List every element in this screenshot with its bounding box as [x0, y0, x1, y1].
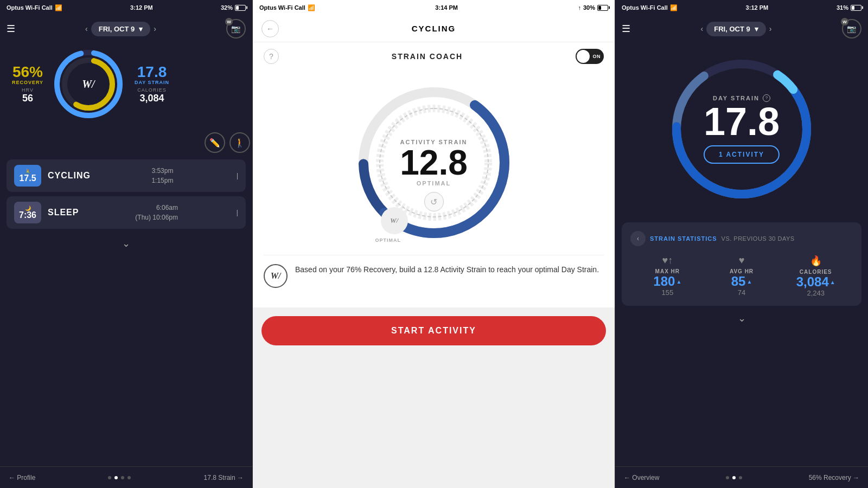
status-bar-1: Optus Wi-Fi Call 📶 3:12 PM 32%	[0, 0, 252, 15]
max-hr-value: 180 ▲	[630, 274, 705, 288]
date-pill-1[interactable]: FRI, OCT 9 ▾	[91, 22, 150, 36]
phone-overview: Optus Wi-Fi Call 📶 3:12 PM 32% ☰ ‹ FRI, …	[0, 0, 253, 488]
profile-link[interactable]: ← Profile	[9, 474, 35, 481]
refresh-button[interactable]: ↺	[424, 192, 444, 211]
dot-2	[114, 476, 118, 479]
hrv-label: HRV	[9, 87, 47, 93]
recovery-ring: W/	[53, 49, 124, 119]
whoop-logo-circle: W/	[264, 264, 288, 288]
person-button[interactable]: 🚶	[229, 132, 250, 153]
nav-back-1[interactable]: ‹	[85, 24, 88, 33]
start-activity-button[interactable]: START ACTIVITY	[261, 316, 606, 345]
dot-4	[127, 476, 131, 479]
stats-row: ♥↑ MAX HR 180 ▲ 155 ♥ AVG HR 85 ▲ 74 🔥	[630, 255, 853, 297]
stats-title: STRAIN STATISTICS	[650, 235, 717, 242]
arrow-icon-2: ↑	[578, 4, 581, 11]
date-pill-3[interactable]: FRI, OCT 9 ▾	[706, 22, 765, 36]
sleep-badge: 🌙 7:36	[14, 202, 41, 223]
hamburger-menu-1[interactable]: ☰	[7, 23, 15, 35]
recovery-label: RECOVERY	[9, 80, 47, 85]
sleep-chevron: |	[237, 209, 238, 216]
overview-link[interactable]: ← Overview	[624, 474, 659, 481]
battery-icon-1	[235, 5, 246, 11]
day-strain-hero: DAY STRAIN ? 17.8 1 ACTIVITY	[615, 42, 868, 216]
recovery-link-3[interactable]: 56% Recovery →	[809, 474, 859, 481]
wifi-icon-3: 📶	[670, 4, 678, 11]
avg-hr-col: ♥ AVG HR 85 ▲ 74	[705, 255, 779, 297]
calories-prev: 2,243	[778, 289, 853, 297]
optimal-badge: W/	[381, 207, 408, 234]
calories-up: ▲	[830, 279, 835, 285]
battery-3: 31%	[837, 4, 848, 11]
strain-coach-toggle[interactable]: ON	[576, 49, 604, 64]
question-icon: ?	[269, 52, 273, 61]
day-strain-value-3: 17.8	[704, 102, 780, 141]
top-nav-1: ☰ ‹ FRI, OCT 9 ▾ › W 📷	[0, 15, 252, 42]
bottom-bar-1: ← Profile 17.8 Strain →	[0, 466, 252, 488]
activity-list: 🚴 17.5 CYCLING 3:53pm 1:15pm | 🌙 7:36 SL…	[0, 159, 252, 229]
nav-forward-1[interactable]: ›	[154, 24, 156, 33]
date-dropdown-icon: ▾	[139, 25, 143, 33]
coach-description: W/ Based on your 76% Recovery, build a 1…	[264, 255, 604, 297]
recovery-percent: 56%	[9, 65, 47, 80]
strain-coach-card: ACTIVITY STRAIN 12.8 OPTIMAL ↺ W/ OPTIMA…	[253, 70, 615, 307]
recovery-section: 56% RECOVERY HRV 56	[9, 65, 47, 104]
dot-3	[121, 476, 124, 479]
top-nav-3: ☰ ‹ FRI, OCT 9 ▾ › W 📷	[615, 15, 868, 42]
question-button[interactable]: ?	[264, 49, 279, 64]
scroll-down-3[interactable]: ⌄	[615, 306, 868, 331]
day-strain-value-1: 17.8	[130, 65, 174, 80]
camera-button-1[interactable]: W 📷	[226, 19, 246, 38]
date-dropdown-icon-3: ▾	[755, 25, 758, 33]
cycling-item[interactable]: 🚴 17.5 CYCLING 3:53pm 1:15pm |	[7, 159, 246, 192]
sleep-item[interactable]: 🌙 7:36 SLEEP 6:06am (Thu) 10:06pm |	[7, 196, 246, 229]
status-bar-3: Optus Wi-Fi Call 📶 3:12 PM 31%	[615, 0, 868, 15]
cycling-name: CYCLING	[48, 171, 91, 181]
max-hr-col: ♥↑ MAX HR 180 ▲ 155	[630, 255, 705, 297]
stats-back-arrow[interactable]: ‹	[630, 231, 646, 246]
calories-value-1: 3,084	[130, 93, 174, 104]
time-1: 3:12 PM	[130, 4, 153, 11]
bottom-bar-3: ← Overview 56% Recovery →	[615, 466, 868, 488]
gauge-labels: ACTIVITY STRAIN 12.8 OPTIMAL	[400, 139, 468, 187]
carrier-1: Optus Wi-Fi Call	[7, 4, 53, 11]
cycling-time2: 1:15pm	[151, 176, 173, 185]
carrier-2: Optus Wi-Fi Call	[259, 4, 305, 11]
hamburger-menu-3[interactable]: ☰	[622, 23, 630, 35]
sleep-time2: (Thu) 10:06pm	[135, 213, 178, 222]
day-strain-ring: DAY STRAIN ? 17.8 1 ACTIVITY	[666, 53, 818, 205]
activity-pill[interactable]: 1 ACTIVITY	[704, 145, 780, 164]
max-hr-icon: ♥↑	[630, 255, 705, 266]
strain-coach-title: STRAIN COACH	[392, 52, 463, 61]
avg-hr-icon: ♥	[705, 255, 779, 266]
edit-button[interactable]: ✏️	[205, 132, 225, 153]
camera-icon-1: 📷	[231, 24, 240, 33]
scroll-down-1[interactable]: ⌄	[0, 229, 252, 258]
w-badge-1: W	[225, 18, 233, 25]
stats-header: ‹ STRAIN STATISTICS VS. PREVIOUS 30 DAYS	[630, 231, 853, 246]
strain-coach-header: ? STRAIN COACH ON	[253, 42, 615, 70]
cycling-time1: 3:53pm	[151, 166, 173, 176]
wifi-icon-2: 📶	[308, 4, 315, 11]
avg-hr-up: ▲	[746, 279, 752, 285]
avg-hr-value: 85 ▲	[705, 274, 779, 288]
strain-section: 17.8 DAY STRAIN CALORIES 3,084	[130, 65, 174, 104]
optimal-label: OPTIMAL	[375, 237, 401, 243]
max-hr-up: ▲	[676, 279, 681, 285]
back-button-2[interactable]: ←	[261, 20, 279, 37]
carrier-3: Optus Wi-Fi Call	[622, 4, 668, 11]
camera-button-3[interactable]: W 📷	[842, 19, 861, 38]
nav-forward-3[interactable]: ›	[769, 24, 772, 33]
nav-back-3[interactable]: ‹	[701, 24, 704, 33]
calories-label-1: CALORIES	[130, 87, 174, 93]
max-hr-prev: 155	[630, 288, 705, 297]
sleep-name: SLEEP	[48, 208, 79, 217]
cycling-badge: 🚴 17.5	[14, 165, 41, 187]
cycling-times: 3:53pm 1:15pm	[151, 166, 173, 185]
strain-stats-card: ‹ STRAIN STATISTICS VS. PREVIOUS 30 DAYS…	[622, 222, 861, 306]
page-dots-1	[108, 476, 131, 479]
strain-link-1[interactable]: 17.8 Strain →	[204, 474, 244, 481]
camera-icon-3: 📷	[847, 24, 856, 33]
sleep-duration: 7:36	[19, 211, 36, 220]
cycling-chevron: |	[237, 172, 238, 179]
